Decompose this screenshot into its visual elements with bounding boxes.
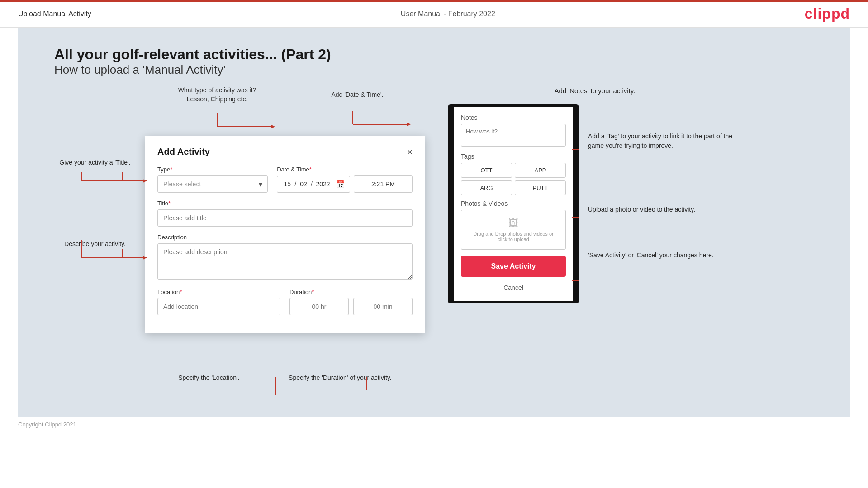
tag-ott[interactable]: OTT xyxy=(461,163,512,178)
duration-hr-input[interactable] xyxy=(289,298,349,315)
form-row-title: Title* xyxy=(157,200,413,227)
manual-subtitle: User Manual - February 2022 xyxy=(401,10,495,18)
form-group-location: Location* xyxy=(157,289,280,315)
svg-marker-2 xyxy=(271,125,275,128)
tags-label: Tags xyxy=(461,153,566,160)
cancel-link[interactable]: Cancel xyxy=(461,281,566,294)
date-day-input[interactable] xyxy=(282,180,293,188)
type-label: Type* xyxy=(157,166,268,173)
datetime-annotation: Add 'Date & Time'. xyxy=(317,90,398,99)
upload-annotation: Upload a photo or video to the activity. xyxy=(588,205,733,214)
left-annotations: Give your activity a 'Title'. Describe y… xyxy=(54,86,136,248)
svg-marker-5 xyxy=(407,123,411,126)
heading-block: All your golf-relevant activities... (Pa… xyxy=(54,46,823,77)
phone-panel: Add 'Notes' to your activity. xyxy=(448,86,733,303)
time-input[interactable] xyxy=(354,175,413,193)
form-group-title: Title* xyxy=(157,200,413,227)
notes-field-label: Notes xyxy=(461,114,566,121)
tag-arg[interactable]: ARG xyxy=(461,180,512,195)
datetime-inputs: / / 📅 xyxy=(277,175,413,193)
location-label: Location* xyxy=(157,289,280,295)
date-year-input[interactable] xyxy=(314,180,332,188)
bottom-arrows-svg xyxy=(145,377,425,417)
notes-annotation: Add 'Notes' to your activity. xyxy=(457,86,733,95)
notes-textarea[interactable] xyxy=(461,124,566,147)
page: Upload Manual Activity User Manual - Feb… xyxy=(0,0,868,488)
tags-section: Tags OTT APP ARG PUTT xyxy=(461,153,566,195)
form-group-description: Description xyxy=(157,234,413,281)
heading-line2: How to upload a 'Manual Activity' xyxy=(54,63,823,77)
upload-text: Drag and Drop photos and videos orclick … xyxy=(473,231,553,242)
tags-grid: OTT APP ARG PUTT xyxy=(461,163,566,195)
upload-area[interactable]: 🖼 Drag and Drop photos and videos orclic… xyxy=(461,210,566,250)
phone-frame: Notes Tags OTT APP ARG PUTT xyxy=(448,104,579,303)
form-row-location-duration: Location* Duration* xyxy=(157,289,413,315)
save-activity-button[interactable]: Save Activity xyxy=(461,256,566,277)
top-annotations: What type of activity was it?Lesson, Chi… xyxy=(145,86,425,136)
modal-close-button[interactable]: × xyxy=(407,147,413,156)
content-region: All your golf-relevant activities... (Pa… xyxy=(18,28,850,417)
right-arrows-svg xyxy=(579,104,593,421)
tag-putt[interactable]: PUTT xyxy=(515,180,566,195)
phone-screen: Notes Tags OTT APP ARG PUTT xyxy=(454,107,573,301)
location-bottom-annotation: Specify the 'Location'. xyxy=(178,374,239,381)
form-group-datetime: Date & Time* / / 📅 xyxy=(277,166,413,193)
modal-header: Add Activity × xyxy=(157,147,413,157)
logo: clippd xyxy=(805,5,850,22)
modal-title: Add Activity xyxy=(157,147,210,157)
description-annotation: Describe your activity. xyxy=(54,240,136,249)
title-input[interactable] xyxy=(157,209,413,227)
date-month-input[interactable] xyxy=(298,180,309,188)
tag-annotation: Add a 'Tag' to your activity to link it … xyxy=(588,132,733,151)
description-label: Description xyxy=(157,234,413,241)
form-group-duration: Duration* xyxy=(289,289,413,315)
duration-inputs xyxy=(289,298,413,315)
save-annotation: 'Save Activity' or 'Cancel' your changes… xyxy=(588,251,733,260)
top-bar: Upload Manual Activity User Manual - Feb… xyxy=(0,0,868,28)
footer: Copyright Clippd 2021 xyxy=(0,417,868,432)
notes-section: Notes xyxy=(461,114,566,148)
phone-and-right-annotations: Notes Tags OTT APP ARG PUTT xyxy=(448,104,733,303)
modal-area: What type of activity was it?Lesson, Chi… xyxy=(145,86,425,381)
right-annotations-column: Add a 'Tag' to your activity to link it … xyxy=(588,104,733,260)
modal-dialog: Add Activity × Type* Please select xyxy=(145,136,425,333)
description-textarea[interactable] xyxy=(157,243,413,280)
form-row-description: Description xyxy=(157,234,413,281)
duration-min-input[interactable] xyxy=(353,298,413,315)
form-group-type: Type* Please select ▾ xyxy=(157,166,268,193)
duration-label: Duration* xyxy=(289,289,413,295)
duration-bottom-annotation: Specify the 'Duration' of your activity. xyxy=(289,374,392,381)
page-title: Upload Manual Activity xyxy=(18,10,91,18)
heading-line1: All your golf-relevant activities... (Pa… xyxy=(54,46,823,63)
copyright: Copyright Clippd 2021 xyxy=(18,421,76,428)
type-select-wrapper: Please select ▾ xyxy=(157,175,268,193)
type-annotation: What type of activity was it?Lesson, Chi… xyxy=(172,86,262,104)
location-input[interactable] xyxy=(157,298,280,315)
upload-icon: 🖼 xyxy=(508,218,518,229)
calendar-icon: 📅 xyxy=(336,180,345,189)
datetime-label: Date & Time* xyxy=(277,166,413,173)
date-input[interactable]: / / 📅 xyxy=(277,176,350,193)
tag-app[interactable]: APP xyxy=(515,163,566,178)
title-label: Title* xyxy=(157,200,413,207)
bottom-annotations: Specify the 'Location'. Specify the 'Dur… xyxy=(145,374,425,381)
title-annotation: Give your activity a 'Title'. xyxy=(54,158,136,167)
type-select[interactable]: Please select xyxy=(157,175,268,193)
photos-label: Photos & Videos xyxy=(461,200,566,207)
form-row-type-datetime: Type* Please select ▾ Date & T xyxy=(157,166,413,193)
photos-section: Photos & Videos 🖼 Drag and Drop photos a… xyxy=(461,200,566,250)
